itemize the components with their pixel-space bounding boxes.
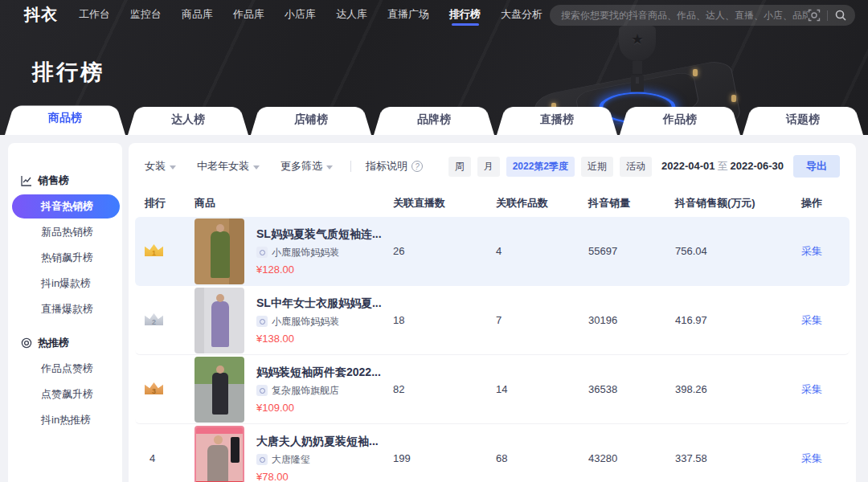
shop-name[interactable]: 小鹿服饰妈妈装 bbox=[272, 315, 339, 329]
tab-works-ranking[interactable]: 作品榜 bbox=[620, 102, 740, 135]
sales-count: 55697 bbox=[588, 245, 675, 257]
ranking-tabs: 商品榜 达人榜 店铺榜 品牌榜 直播榜 作品榜 话题榜 bbox=[5, 102, 863, 135]
app-logo[interactable]: 抖衣 bbox=[24, 4, 58, 26]
shop-name[interactable]: 小鹿服饰妈妈装 bbox=[272, 246, 339, 259]
shop-name[interactable]: 复杂服饰旗舰店 bbox=[272, 384, 339, 398]
works-count: 68 bbox=[496, 452, 588, 464]
filter-divider bbox=[350, 161, 351, 172]
global-search-bar[interactable] bbox=[550, 5, 855, 26]
period-chip-quarter[interactable]: 2022第2季度 bbox=[506, 157, 575, 177]
tab-topic-ranking[interactable]: 话题榜 bbox=[743, 102, 863, 135]
table-row[interactable]: 1 SL妈妈夏装气质短袖连... 小鹿服饰妈妈装 ¥128.00 26 4 55… bbox=[135, 217, 850, 286]
works-count: 4 bbox=[496, 245, 588, 257]
table-row[interactable]: 2 SL中年女士衣服妈妈夏... 小鹿服饰妈妈装 ¥138.00 18 7 30… bbox=[135, 286, 850, 355]
sidebar-item-sales-surge[interactable]: 热销飙升榜 bbox=[8, 246, 122, 270]
product-price: ¥109.00 bbox=[256, 402, 381, 414]
silver-crown-rank-icon: 2 bbox=[145, 312, 163, 325]
sidebar-item-live-hit[interactable]: 直播爆款榜 bbox=[8, 297, 122, 321]
product-title[interactable]: SL妈妈夏装气质短袖连... bbox=[256, 227, 382, 242]
tab-live-ranking[interactable]: 直播榜 bbox=[497, 102, 617, 135]
product-image[interactable]: 全店满减 满68减10 bbox=[194, 426, 244, 482]
table-row[interactable]: 3 妈妈装短袖两件套2022... 复杂服饰旗舰店 ¥109.00 82 14 … bbox=[135, 355, 850, 424]
trophy-icon bbox=[619, 26, 656, 61]
tab-shop-ranking[interactable]: 店铺榜 bbox=[251, 102, 371, 135]
target-icon bbox=[21, 337, 32, 349]
sidebar-item-douin-hot-push[interactable]: 抖in热推榜 bbox=[8, 408, 122, 432]
period-chip-week[interactable]: 周 bbox=[448, 157, 471, 177]
nav-item-works[interactable]: 作品库 bbox=[233, 0, 264, 29]
ranking-sidebar: 销售榜 抖音热销榜 新品热销榜 热销飙升榜 抖in爆款榜 直播爆款榜 热推榜 作… bbox=[8, 143, 122, 482]
col-action: 操作 bbox=[801, 196, 840, 210]
product-price: ¥78.00 bbox=[256, 471, 379, 482]
product-title[interactable]: SL中年女士衣服妈妈夏... bbox=[256, 296, 382, 311]
more-filters-dropdown[interactable]: 更多筛选 bbox=[280, 159, 333, 174]
nav-item-monitor[interactable]: 监控台 bbox=[130, 0, 162, 29]
shop-badge-icon bbox=[256, 316, 268, 327]
rank-number: 4 bbox=[145, 452, 194, 464]
nav-item-rankings[interactable]: 排行榜 bbox=[449, 0, 481, 29]
works-count: 7 bbox=[496, 314, 588, 326]
page-title: 排行榜 bbox=[32, 58, 104, 87]
shop-badge-icon bbox=[256, 247, 268, 258]
filter-toolbar: 女装 中老年女装 更多筛选 指标说明 ? 周 月 2022第2季度 近期 活动 … bbox=[145, 156, 840, 177]
nav-item-market-analysis[interactable]: 大盘分析 bbox=[501, 0, 542, 29]
tab-influencer-ranking[interactable]: 达人榜 bbox=[128, 102, 248, 135]
sidebar-item-likes-surge[interactable]: 点赞飙升榜 bbox=[8, 382, 122, 406]
product-image[interactable] bbox=[194, 357, 244, 423]
sales-count: 30196 bbox=[588, 314, 675, 326]
search-input[interactable] bbox=[561, 10, 808, 21]
date-range[interactable]: 2022-04-01至2022-06-30 bbox=[661, 159, 784, 174]
nav-item-shops[interactable]: 小店库 bbox=[285, 0, 316, 29]
nav-item-products[interactable]: 商品库 bbox=[182, 0, 213, 29]
works-count: 14 bbox=[496, 383, 588, 395]
shop-badge-icon bbox=[256, 385, 268, 396]
table-header-row: 排行 商品 关联直播数 关联作品数 抖音销量 抖音销售额(万元) 操作 bbox=[129, 190, 856, 217]
product-price: ¥128.00 bbox=[256, 263, 382, 276]
revenue-value: 756.04 bbox=[675, 245, 801, 257]
tab-brand-ranking[interactable]: 品牌榜 bbox=[374, 102, 494, 135]
period-chip-activity[interactable]: 活动 bbox=[620, 157, 652, 177]
nav-item-influencers[interactable]: 达人库 bbox=[336, 0, 367, 29]
image-scan-icon[interactable] bbox=[808, 9, 821, 22]
collect-link[interactable]: 采集 bbox=[801, 313, 840, 328]
chevron-down-icon bbox=[170, 165, 176, 170]
sidebar-item-works-likes[interactable]: 作品点赞榜 bbox=[8, 357, 122, 381]
sales-count: 36538 bbox=[588, 383, 675, 395]
sidebar-item-douin-hit[interactable]: 抖in爆款榜 bbox=[8, 272, 122, 296]
search-divider bbox=[827, 10, 828, 21]
sidebar-item-douyin-hot-sales[interactable]: 抖音热销榜 bbox=[12, 194, 120, 219]
collect-link[interactable]: 采集 bbox=[801, 382, 840, 397]
chevron-down-icon bbox=[326, 165, 333, 170]
nav-item-workbench[interactable]: 工作台 bbox=[79, 0, 110, 29]
period-chip-recent[interactable]: 近期 bbox=[581, 157, 613, 177]
line-chart-icon bbox=[21, 175, 32, 186]
product-title[interactable]: 妈妈装短袖两件套2022... bbox=[256, 366, 381, 380]
sidebar-item-new-hot-sales[interactable]: 新品热销榜 bbox=[8, 220, 122, 244]
shop-badge-icon bbox=[256, 454, 268, 465]
collect-link[interactable]: 采集 bbox=[801, 244, 840, 259]
table-row[interactable]: 4 全店满减 满68减10 大唐夫人奶奶夏装短袖... 大唐隆玺 ¥78.00 … bbox=[135, 424, 850, 482]
product-image[interactable] bbox=[194, 288, 244, 353]
live-count: 82 bbox=[393, 383, 496, 395]
period-chip-month[interactable]: 月 bbox=[477, 157, 500, 177]
subcategory-dropdown[interactable]: 中老年女装 bbox=[197, 159, 260, 174]
product-price: ¥138.00 bbox=[256, 333, 382, 345]
ranking-content-panel: 女装 中老年女装 更多筛选 指标说明 ? 周 月 2022第2季度 近期 活动 … bbox=[129, 143, 856, 482]
metric-help-link[interactable]: 指标说明 ? bbox=[366, 159, 423, 174]
sidebar-section-hot-push[interactable]: 热推榜 bbox=[8, 331, 122, 355]
ranking-table: 排行 商品 关联直播数 关联作品数 抖音销量 抖音销售额(万元) 操作 1 SL… bbox=[129, 190, 856, 482]
main-nav: 工作台 监控台 商品库 作品库 小店库 达人库 直播广场 排行榜 大盘分析 bbox=[79, 0, 542, 29]
revenue-value: 416.97 bbox=[675, 314, 801, 326]
product-title[interactable]: 大唐夫人奶奶夏装短袖... bbox=[256, 435, 379, 449]
product-image[interactable] bbox=[194, 219, 244, 284]
category-dropdown[interactable]: 女装 bbox=[145, 159, 176, 174]
revenue-value: 398.26 bbox=[675, 383, 801, 395]
sidebar-section-sales[interactable]: 销售榜 bbox=[8, 169, 122, 193]
nav-item-live-plaza[interactable]: 直播广场 bbox=[387, 0, 429, 29]
tab-product-ranking[interactable]: 商品榜 bbox=[5, 100, 125, 135]
export-button[interactable]: 导出 bbox=[793, 155, 840, 178]
collect-link[interactable]: 采集 bbox=[801, 451, 840, 466]
search-icon[interactable] bbox=[834, 9, 847, 22]
live-count: 199 bbox=[393, 452, 496, 464]
shop-name[interactable]: 大唐隆玺 bbox=[272, 453, 310, 467]
